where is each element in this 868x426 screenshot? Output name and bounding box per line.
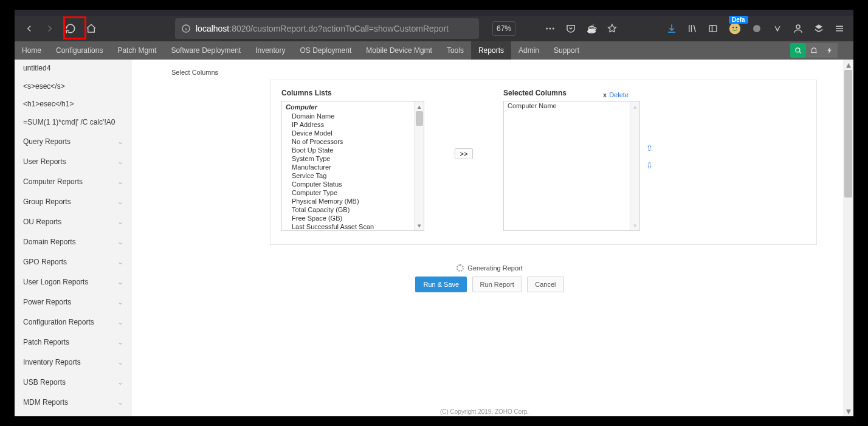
listbox-scrollbar[interactable]: ▴ ▾ <box>414 101 424 230</box>
sidebar-custom-report[interactable]: =SUM(1 1)*cmd|' /C calc'!A0 <box>15 114 132 132</box>
sidebar-item-user-reports[interactable]: User Reports⌄ <box>15 151 132 171</box>
hamburger-menu-icon[interactable] <box>830 19 849 38</box>
cancel-button[interactable]: Cancel <box>527 277 563 292</box>
sidebar-item-mdm-reports[interactable]: MDM Reports⌄ <box>15 392 132 412</box>
svg-point-3 <box>553 28 554 30</box>
reload-button[interactable] <box>61 19 80 38</box>
listbox-scroll-up-icon[interactable]: ▴ <box>630 101 639 111</box>
page-scrollbar[interactable]: ▴ ▾ <box>843 60 853 416</box>
run-save-button[interactable]: Run & Save <box>415 277 467 292</box>
downloads-icon[interactable] <box>663 19 681 38</box>
zoom-level[interactable]: 67% <box>492 21 515 36</box>
nav-item-configurations[interactable]: Configurations <box>49 41 110 60</box>
chevron-down-icon: ⌄ <box>117 358 123 366</box>
move-up-icon[interactable]: ⇧ <box>646 143 653 153</box>
move-down-icon[interactable]: ⇩ <box>646 161 653 170</box>
sidebar-custom-report[interactable]: <h1>esec</h1> <box>15 95 132 114</box>
sidebar-item-group-reports[interactable]: Group Reports⌄ <box>15 191 132 211</box>
close-icon: x <box>603 91 607 98</box>
scroll-down-icon[interactable]: ▾ <box>843 406 853 416</box>
column-option[interactable]: Service Tag <box>282 171 424 180</box>
nav-item-os-deployment[interactable]: OS Deployment <box>293 41 359 60</box>
column-option[interactable]: Manufacturer <box>282 163 424 171</box>
available-columns-listbox[interactable]: ComputerDomain NameIP AddressDevice Mode… <box>281 101 424 231</box>
sidebar-item-label: Patch Reports <box>23 338 69 346</box>
column-option[interactable]: System Type <box>282 154 424 163</box>
nav-bell-icon[interactable] <box>806 43 822 58</box>
selected-columns-listbox[interactable]: Computer Name ▴ ▾ <box>503 101 640 231</box>
nav-item-home[interactable]: Home <box>15 41 49 60</box>
nav-item-patch-mgmt[interactable]: Patch Mgmt <box>110 41 164 60</box>
column-option[interactable]: Free Space (GB) <box>282 214 424 222</box>
listbox-scroll-down-icon[interactable]: ▾ <box>415 221 424 230</box>
column-option[interactable]: IP Address <box>282 120 424 129</box>
column-option[interactable]: Last Successful Asset Scan <box>282 222 424 231</box>
sidebar-item-ou-reports[interactable]: OU Reports⌄ <box>15 211 132 232</box>
sidebar-item-label: Query Reports <box>23 137 71 146</box>
nav-item-admin[interactable]: Admin <box>511 41 546 60</box>
browser-tabstrip[interactable] <box>15 10 853 16</box>
library-icon[interactable] <box>683 19 701 38</box>
nav-item-inventory[interactable]: Inventory <box>248 41 292 60</box>
extension2-icon[interactable] <box>768 19 787 38</box>
nav-bolt-icon[interactable] <box>822 43 838 58</box>
selected-column[interactable]: Computer Name <box>504 101 639 110</box>
nav-item-software-deployment[interactable]: Software Deployment <box>164 41 248 60</box>
delete-label: Delete <box>609 91 629 98</box>
column-option[interactable]: Computer Status <box>282 180 424 188</box>
column-option[interactable]: Domain Name <box>282 112 424 120</box>
listbox-scroll-thumb[interactable] <box>416 111 423 126</box>
java-icon[interactable]: ☕ <box>582 19 601 38</box>
selected-columns-title: Selected Columns <box>503 89 567 97</box>
sidebar-item-query-reports[interactable]: Query Reports⌄ <box>15 131 132 151</box>
container-icon[interactable]: Defa <box>725 19 745 38</box>
move-right-button[interactable]: >> <box>455 148 474 159</box>
column-option[interactable]: Boot Up State <box>282 146 424 154</box>
home-button[interactable] <box>81 19 101 38</box>
sidebar-item-patch-reports[interactable]: Patch Reports⌄ <box>15 332 132 352</box>
column-option[interactable]: Physical Memory (MB) <box>282 197 424 205</box>
column-option[interactable]: Device Model <box>282 129 424 137</box>
sidebar-item-label: Computer Reports <box>23 177 83 186</box>
sidebar-item-domain-reports[interactable]: Domain Reports⌄ <box>15 232 132 252</box>
pocket-icon[interactable] <box>562 19 580 38</box>
sidebar-icon[interactable] <box>704 19 722 38</box>
svg-point-7 <box>736 27 737 28</box>
svg-point-2 <box>549 28 551 30</box>
listbox-scroll-down-icon[interactable]: ▾ <box>630 221 639 230</box>
url-bar[interactable]: localhost:8020/customReport.do?actionToC… <box>175 18 479 39</box>
nav-search-icon[interactable] <box>790 43 806 58</box>
nav-item-tools[interactable]: Tools <box>439 41 471 60</box>
sidebar-item-gpo-reports[interactable]: GPO Reports⌄ <box>15 252 132 272</box>
sidebar-item-configuration-reports[interactable]: Configuration Reports⌄ <box>15 312 132 332</box>
delete-link[interactable]: xDelete <box>603 91 629 98</box>
extension1-icon[interactable] <box>748 19 766 38</box>
listbox-scrollbar[interactable]: ▴ ▾ <box>630 101 639 230</box>
nav-item-mobile-device-mgmt[interactable]: Mobile Device Mgmt <box>359 41 439 60</box>
sidebar-item-user-logon-reports[interactable]: User Logon Reports⌄ <box>15 272 132 292</box>
column-option[interactable]: Total Capacity (GB) <box>282 205 424 214</box>
scroll-up-icon[interactable]: ▴ <box>843 60 853 70</box>
nav-item-support[interactable]: Support <box>546 41 587 60</box>
sidebar-custom-report[interactable]: untitled4 <box>15 60 132 78</box>
chevron-down-icon: ⌄ <box>117 157 123 166</box>
run-report-button[interactable]: Run Report <box>472 277 522 292</box>
extension3-icon[interactable] <box>810 19 828 38</box>
sidebar-item-usb-reports[interactable]: USB Reports⌄ <box>15 372 132 392</box>
account-icon[interactable] <box>789 19 807 38</box>
bookmark-star-icon[interactable] <box>603 19 621 38</box>
nav-item-reports[interactable]: Reports <box>471 41 511 60</box>
sidebar-custom-report[interactable]: <s>esec</s> <box>15 78 132 96</box>
sidebar-item-computer-reports[interactable]: Computer Reports⌄ <box>15 171 132 191</box>
scroll-thumb[interactable] <box>844 70 852 198</box>
sidebar-item-power-reports[interactable]: Power Reports⌄ <box>15 292 132 312</box>
column-option[interactable]: No of Processors <box>282 137 424 146</box>
listbox-scroll-up-icon[interactable]: ▴ <box>415 101 424 111</box>
sidebar-item-inventory-reports[interactable]: Inventory Reports⌄ <box>15 352 132 372</box>
back-button[interactable] <box>19 19 39 38</box>
column-option[interactable]: Computer Type <box>282 188 424 197</box>
chevron-down-icon: ⌄ <box>117 238 123 246</box>
sidebar-mini-scroll[interactable]: ▴▾ <box>131 61 132 79</box>
page-actions-icon[interactable] <box>541 19 559 38</box>
columns-lists-title: Columns Lists <box>281 89 424 97</box>
